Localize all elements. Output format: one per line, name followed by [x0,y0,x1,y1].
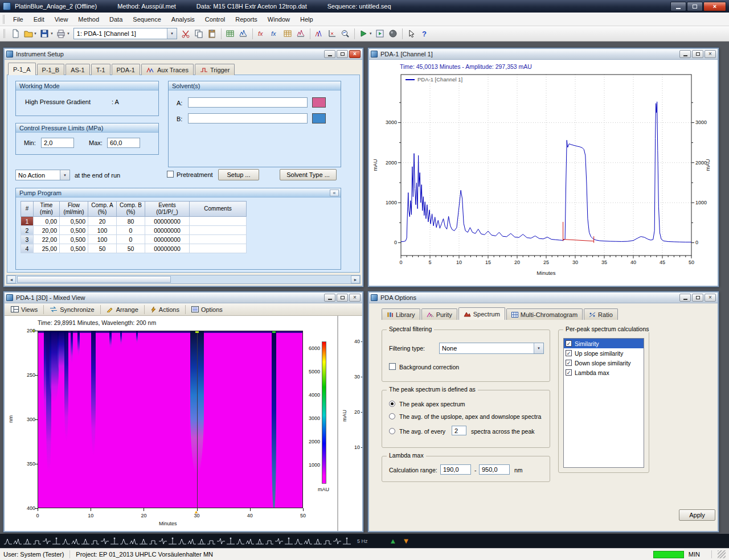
chromatogram-tool-icon[interactable] [313,536,322,546]
peak-apex-radio[interactable] [389,401,395,407]
chromatogram-tool-icon[interactable] [245,536,255,546]
menu-method[interactable]: Method [73,14,104,25]
max-pressure-field[interactable]: 60,0 [107,138,140,148]
lambda-to-field[interactable]: 950,0 [479,464,510,475]
cell-comments[interactable] [190,226,247,235]
avg-count-field[interactable]: 2 [452,426,466,435]
checkbox-checked[interactable]: ✓ [566,340,572,347]
chromatogram-tool-icon[interactable] [284,536,293,546]
solvent-a-color-swatch[interactable] [312,97,326,108]
close-button[interactable]: × [705,294,716,302]
list-item[interactable]: ✓ Up slope similarity [564,348,644,358]
channel-selector[interactable]: 1: PDA-1 [Channel 1] ▼ [73,28,177,39]
data-table-icon[interactable] [224,27,237,40]
report-table-icon[interactable] [281,27,294,40]
chromatogram-tool-icon[interactable] [226,536,235,546]
options-button[interactable]: Options [187,305,227,314]
minimize-button[interactable] [679,294,691,302]
menu-window[interactable]: Window [263,14,295,25]
pda-3d-titlebar[interactable]: PDA-1 [3D] - Mixed View × [5,293,362,303]
menu-analysis[interactable]: Analysis [166,14,200,25]
setup-button[interactable]: Setup ... [218,169,259,180]
cell-time[interactable]: 20,00 [34,226,60,235]
row-index[interactable]: 1 [21,217,34,226]
print-icon[interactable] [55,27,68,40]
maximize-button[interactable] [692,50,703,58]
calibration-fx-icon[interactable]: fx [268,27,281,40]
single-run-icon[interactable] [374,27,387,40]
menu-file[interactable]: File [8,14,28,25]
scale-down-button[interactable]: ▼ [402,537,409,545]
open-file-icon[interactable] [22,27,35,40]
menu-control[interactable]: Control [200,14,230,25]
actions-button[interactable]: Actions [146,305,183,314]
pda-options-titlebar[interactable]: PDA Options × [369,293,718,303]
zoom-chart-icon[interactable] [339,27,352,40]
minimize-button[interactable] [324,50,335,58]
cell-comments[interactable] [190,244,247,253]
maximize-button[interactable] [337,50,348,58]
background-correction-checkbox[interactable] [389,363,396,370]
axes-setup-icon[interactable] [326,27,339,40]
scroll-right-icon[interactable]: ► [351,275,360,283]
row-index[interactable]: 3 [21,235,34,244]
chromatogram-tool-icon[interactable] [22,536,32,546]
chevron-down-icon[interactable]: ▼ [50,32,54,35]
pretreatment-checkbox[interactable] [167,171,174,178]
avg-every-radio[interactable] [389,428,395,434]
chromatogram-tool-icon[interactable] [148,536,158,546]
cell-flow[interactable]: 0,500 [60,244,88,253]
tab-pda1[interactable]: PDA-1 [112,64,140,75]
close-button[interactable]: × [703,2,726,11]
tab-t1[interactable]: T-1 [91,64,110,75]
paste-icon[interactable] [206,27,219,40]
list-item[interactable]: ✓ Lambda max [564,368,644,377]
end-of-run-action-select[interactable]: No Action ▼ [15,170,70,180]
list-item[interactable]: ✓ Down slope similarity [564,358,644,368]
tab-purity[interactable]: Purity [421,308,457,320]
chromatogram-tool-icon[interactable] [129,536,138,546]
solvent-a-input[interactable] [188,97,308,108]
solvent-b-input[interactable] [188,113,308,123]
cell-comp-b[interactable]: 80 [117,217,145,226]
cell-time[interactable]: 25,00 [34,244,60,253]
min-pressure-field[interactable]: 2,0 [41,138,74,148]
copy-icon[interactable] [193,27,206,40]
row-index[interactable]: 4 [21,244,34,253]
pointer-tool-icon[interactable] [405,27,418,40]
chromatogram-tool-icon[interactable] [51,536,61,546]
maximize-button[interactable] [687,2,703,11]
cell-comp-a[interactable]: 20 [88,217,117,226]
chromatogram-tool-icon[interactable] [13,536,22,546]
tab-multi-chromatogram[interactable]: Multi-Chromatogram [506,308,583,320]
chromatogram-tool-icon[interactable] [3,536,13,546]
chromatogram-plot[interactable]: 0510152025303540455000100010002000200030… [369,60,718,286]
chromatogram-tool-icon[interactable] [255,536,264,546]
cell-events[interactable]: 00000000 [145,244,190,253]
checkbox-checked[interactable]: ✓ [566,350,572,356]
chromatogram-tool-icon[interactable] [119,536,129,546]
chevron-down-icon[interactable]: ▼ [34,32,37,35]
new-file-icon[interactable] [9,27,22,40]
scrollbar-thumb[interactable] [17,276,171,283]
tab-trigger[interactable]: Trigger [195,64,235,75]
instrument-setup-titlebar[interactable]: Instrument Setup × [5,49,362,60]
close-button[interactable]: × [705,50,716,58]
chromatogram-tool-icon[interactable] [42,536,51,546]
run-icon[interactable] [357,27,370,40]
lambda-from-field[interactable]: 190,0 [440,464,471,475]
chromatogram-tool-icon[interactable] [80,536,90,546]
views-button[interactable]: Views [7,305,42,314]
tab-aux-traces[interactable]: Aux Traces [141,64,194,75]
chromatogram-tool-icon[interactable] [109,536,119,546]
help-icon[interactable]: ? [418,27,431,40]
chromatogram-tool-icon[interactable] [274,536,284,546]
maximize-button[interactable] [692,294,703,302]
minimize-button[interactable] [679,50,691,58]
scale-up-button[interactable]: ▲ [390,537,397,545]
chevron-down-icon[interactable]: ▼ [60,170,69,180]
chromatogram-tool-icon[interactable] [32,536,42,546]
chromatogram-tool-icon[interactable] [332,536,342,546]
cell-events[interactable]: 00000000 [145,226,190,235]
chromatogram-tool-icon[interactable] [216,536,226,546]
